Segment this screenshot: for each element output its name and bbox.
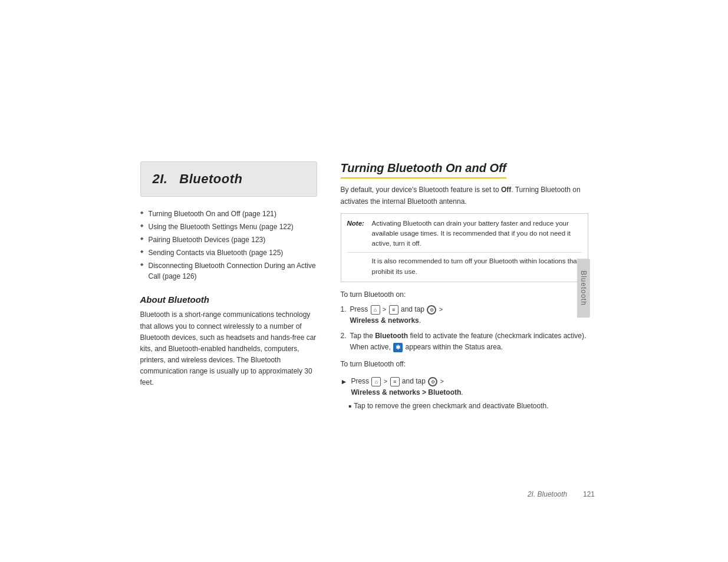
page-container: 2I. Bluetooth Turning Bluetooth On and O… xyxy=(0,0,728,562)
off-bold: Off xyxy=(501,186,511,194)
settings-icon-1: ⚙ xyxy=(427,305,436,315)
toc-item: Pairing Bluetooth Devices (page 123) xyxy=(140,233,317,246)
period-2: . xyxy=(461,388,463,396)
sidebar-label: Bluetooth xyxy=(579,271,588,306)
settings-icon-2: ⚙ xyxy=(428,377,437,386)
menu-icon-2: ≡ xyxy=(390,377,400,386)
footer-page-num: 121 xyxy=(583,490,595,498)
note-row-2: It is also recommended to turn off your … xyxy=(347,252,582,277)
left-column: 2I. Bluetooth Turning Bluetooth On and O… xyxy=(140,161,317,412)
toc-item: Using the Bluetooth Settings Menu (page … xyxy=(140,220,317,233)
bluetooth-bold-1: Bluetooth xyxy=(375,332,408,340)
bluetooth-icon: ✱ xyxy=(393,343,403,352)
step-num-2: 2. xyxy=(341,330,347,342)
page-footer: 2I. Bluetooth 121 xyxy=(0,490,728,498)
menu-icon: ≡ xyxy=(389,305,398,315)
turn-off-step: ► Press ⌂ > ≡ and tap ⚙ > Wireless & net… xyxy=(341,376,588,398)
note-text-1: Activating Bluetooth can drain your batt… xyxy=(372,219,582,249)
gt-4: > xyxy=(440,378,444,385)
chapter-header: 2I. Bluetooth xyxy=(140,161,317,197)
sub-dot-icon: ■ xyxy=(349,401,352,412)
note-label-blank xyxy=(347,256,368,277)
gt-1: > xyxy=(383,306,386,313)
chapter-number: 2I. xyxy=(153,171,168,186)
home-icon: ⌂ xyxy=(371,305,380,315)
toc-item: Turning Bluetooth On and Off (page 121) xyxy=(140,207,317,220)
wireless-networks-bold: Wireless & networks xyxy=(350,316,419,325)
note-label: Note: xyxy=(347,219,368,249)
turn-on-label: To turn Bluetooth on: xyxy=(341,289,588,300)
gt-3: > xyxy=(384,378,387,385)
sub-bullet-text: Tap to remove the green checkmark and de… xyxy=(354,401,548,412)
note-text-2: It is also recommended to turn off your … xyxy=(372,256,582,277)
right-column: Turning Bluetooth On and Off By default,… xyxy=(341,161,588,412)
step-2: 2. Tap the Bluetooth field to activate t… xyxy=(341,330,588,353)
sub-bullet: ■ Tap to remove the green checkmark and … xyxy=(341,401,588,412)
toc-list: Turning Bluetooth On and Off (page 121)U… xyxy=(140,207,317,283)
about-heading: About Bluetooth xyxy=(140,295,317,305)
chapter-title: 2I. Bluetooth xyxy=(153,171,305,187)
steps-list: 1. Press ⌂ > ≡ and tap ⚙ > Wireless & ne… xyxy=(341,304,588,353)
turn-off-label: To turn Bluetooth off: xyxy=(341,359,588,370)
about-section: About Bluetooth Bluetooth is a short-ran… xyxy=(140,295,317,388)
wireless-networks-bluetooth-bold: Wireless & networks > Bluetooth xyxy=(351,388,461,396)
toc-item: Disconnecting Bluetooth Connection Durin… xyxy=(140,259,317,283)
arrow-icon: ► xyxy=(341,376,348,398)
section-title: Turning Bluetooth On and Off xyxy=(341,161,506,178)
turn-off-text: Press ⌂ > ≡ and tap ⚙ > Wireless & netwo… xyxy=(351,376,463,398)
note-box: Note: Activating Bluetooth can drain you… xyxy=(341,213,588,282)
gt-2: > xyxy=(439,306,443,313)
home-icon-2: ⌂ xyxy=(371,377,381,386)
sidebar-tab: Bluetooth xyxy=(577,259,590,318)
chapter-title-text: Bluetooth xyxy=(179,171,242,186)
note-row-1: Note: Activating Bluetooth can drain you… xyxy=(347,219,582,249)
intro-text: By default, your device's Bluetooth feat… xyxy=(341,184,588,207)
about-body: Bluetooth is a short-range communication… xyxy=(140,309,317,388)
step-num-1: 1. xyxy=(341,304,347,315)
toc-item: Sending Contacts via Bluetooth (page 125… xyxy=(140,246,317,259)
period-1: . xyxy=(419,316,421,325)
footer-chapter: 2I. Bluetooth xyxy=(528,490,567,498)
content-area: 2I. Bluetooth Turning Bluetooth On and O… xyxy=(140,161,588,412)
step-1: 1. Press ⌂ > ≡ and tap ⚙ > Wireless & ne… xyxy=(341,304,588,326)
turn-off-section: ► Press ⌂ > ≡ and tap ⚙ > Wireless & net… xyxy=(341,376,588,412)
